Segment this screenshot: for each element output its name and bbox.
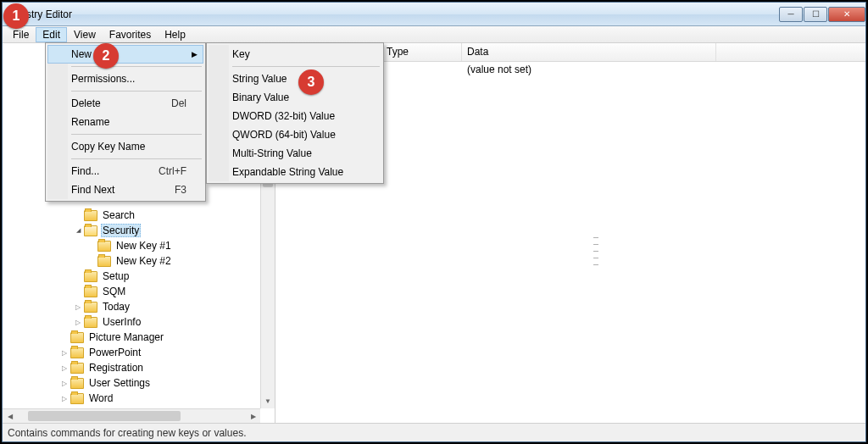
folder-icon (70, 347, 84, 358)
scroll-down-icon[interactable]: ▼ (261, 394, 275, 408)
menu-item-label: Find Next (71, 184, 114, 196)
menu-view[interactable]: View (67, 27, 103, 42)
tree-expander-icon[interactable] (60, 364, 69, 372)
tree-expander-icon[interactable] (74, 226, 82, 235)
menu-item-label: Key (232, 48, 250, 60)
tree-node[interactable]: Word (6, 391, 275, 406)
tree-node[interactable]: Setup (6, 269, 275, 284)
tree-expander-icon[interactable] (74, 318, 82, 326)
menu-item-find[interactable]: Find... Ctrl+F (47, 162, 203, 180)
submenu-item-key[interactable]: Key (209, 45, 381, 64)
tree-node[interactable]: User Settings (6, 375, 275, 391)
menu-separator (232, 66, 380, 67)
col-header-type[interactable]: Type (381, 43, 462, 61)
tree-node-label[interactable]: Word (87, 392, 114, 404)
tree-expander-icon[interactable] (60, 348, 69, 357)
tree-node[interactable]: New Key #1 (6, 238, 275, 253)
menu-separator (71, 158, 202, 159)
tree-node-label[interactable]: PowerPoint (87, 347, 142, 358)
tree-node[interactable]: Search (6, 208, 275, 223)
folder-icon (70, 378, 84, 389)
submenu-item-binary-value[interactable]: Binary Value (209, 88, 381, 107)
tree-scrollbar-horizontal[interactable]: ◀ ▶ (3, 408, 260, 423)
annotation-badge-1: 1 (3, 3, 29, 29)
menu-item-label: Rename (71, 116, 109, 128)
tree-node-label[interactable]: Today (101, 301, 131, 313)
menu-item-label: String Value (232, 73, 287, 85)
tree-node-label[interactable]: Setup (101, 270, 131, 282)
folder-icon (84, 271, 97, 282)
tree-node[interactable]: Security (6, 223, 275, 238)
menu-item-label: Expandable String Value (232, 166, 343, 178)
scroll-left-icon[interactable]: ◀ (3, 409, 17, 423)
folder-icon (84, 302, 97, 313)
tree-node[interactable]: Picture Manager (6, 330, 275, 345)
menu-item-label: Copy Key Name (71, 141, 145, 153)
registry-tree[interactable]: SearchSecurityNew Key #1New Key #2SetupS… (3, 204, 275, 406)
folder-icon (70, 393, 84, 404)
submenu-item-string-value[interactable]: String Value (209, 69, 381, 88)
tree-node[interactable]: Registration (6, 360, 275, 375)
folder-icon (84, 317, 97, 328)
menu-help[interactable]: Help (158, 27, 192, 42)
menubar: File Edit View Favorites Help (3, 26, 865, 43)
tree-expander-icon[interactable] (74, 302, 82, 311)
tree-node-label[interactable]: SQM (101, 286, 127, 297)
tree-node[interactable]: New Key #2 (6, 253, 275, 269)
menu-favorites[interactable]: Favorites (103, 27, 158, 42)
status-text: Contains commands for creating new keys … (8, 427, 246, 439)
menu-item-new[interactable]: New ▶ (47, 45, 203, 64)
menu-shortcut: Del (171, 97, 186, 109)
submenu-item-multi-string-value[interactable]: Multi-String Value (209, 144, 381, 163)
menu-edit[interactable]: Edit (36, 27, 67, 42)
minimize-button[interactable]: ─ (779, 7, 803, 22)
menu-separator (71, 134, 202, 135)
folder-icon (84, 286, 97, 297)
folder-icon (70, 363, 84, 374)
tree-node-label[interactable]: Security (101, 224, 141, 237)
menu-item-label: Find... (71, 165, 99, 177)
submenu-item-qword-value[interactable]: QWORD (64-bit) Value (209, 125, 381, 144)
splitter-handle[interactable] (593, 234, 598, 268)
col-header-data[interactable]: Data (462, 43, 716, 61)
tree-node-label[interactable]: Registration (87, 362, 145, 374)
scroll-right-icon[interactable]: ▶ (246, 409, 260, 423)
tree-node-label[interactable]: User Settings (87, 377, 152, 389)
tree-node[interactable]: PowerPoint (6, 345, 275, 360)
menu-separator (71, 66, 202, 67)
tree-node[interactable]: UserInfo (6, 314, 275, 330)
folder-icon (97, 256, 111, 267)
menu-item-delete[interactable]: Delete Del (47, 94, 203, 113)
menu-file[interactable]: File (6, 27, 36, 42)
tree-node-label[interactable]: Picture Manager (87, 331, 165, 343)
window-title: stry Editor (26, 8, 778, 20)
menu-shortcut: Ctrl+F (159, 165, 186, 177)
annotation-badge-2: 2 (93, 43, 119, 69)
tree-node-label[interactable]: Search (101, 209, 136, 221)
menu-separator (71, 91, 202, 92)
tree-expander-icon[interactable] (60, 394, 69, 402)
menu-item-label: QWORD (64-bit) Value (232, 129, 336, 141)
menu-item-rename[interactable]: Rename (47, 113, 203, 131)
edit-menu-dropdown: New ▶ Permissions... Delete Del Rename C… (45, 42, 206, 202)
tree-node-label[interactable]: New Key #1 (114, 240, 173, 252)
menu-item-label: DWORD (32-bit) Value (232, 110, 335, 122)
menu-item-permissions[interactable]: Permissions... (47, 69, 203, 88)
titlebar[interactable]: stry Editor ─ ☐ ✕ (3, 3, 865, 26)
close-button[interactable]: ✕ (828, 7, 865, 22)
submenu-item-expandable-string-value[interactable]: Expandable String Value (209, 163, 381, 181)
menu-item-label: Permissions... (71, 73, 135, 85)
tree-node-label[interactable]: UserInfo (101, 316, 142, 328)
tree-expander-icon[interactable] (60, 379, 69, 387)
menu-item-label: Binary Value (232, 92, 289, 103)
menu-item-label: New (71, 48, 92, 60)
tree-node[interactable]: SQM (6, 284, 275, 299)
tree-node[interactable]: Today (6, 299, 275, 314)
maximize-button[interactable]: ☐ (804, 7, 827, 22)
menu-item-find-next[interactable]: Find Next F3 (47, 180, 203, 199)
menu-item-copy-key-name[interactable]: Copy Key Name (47, 137, 203, 156)
folder-icon (84, 225, 97, 236)
submenu-item-dword-value[interactable]: DWORD (32-bit) Value (209, 107, 381, 125)
scroll-thumb-h[interactable] (28, 411, 181, 421)
tree-node-label[interactable]: New Key #2 (114, 255, 173, 267)
